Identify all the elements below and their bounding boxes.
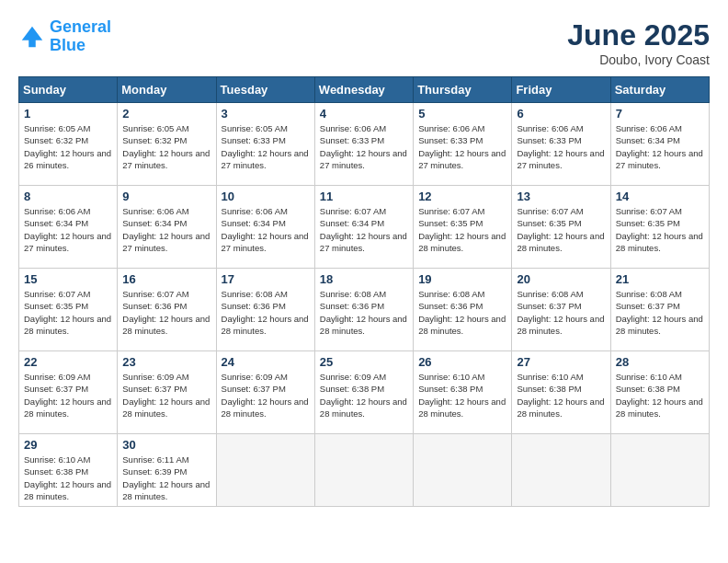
day-number: 28 [616, 355, 704, 369]
calendar-cell: 22 Sunrise: 6:09 AM Sunset: 6:37 PM Dayl… [19, 351, 118, 434]
day-info: Sunrise: 6:09 AM Sunset: 6:37 PM Dayligh… [24, 371, 112, 419]
svg-marker-0 [22, 27, 43, 48]
day-info: Sunrise: 6:06 AM Sunset: 6:34 PM Dayligh… [222, 205, 310, 254]
weekday-header-sunday: Sunday [19, 77, 118, 103]
day-number: 29 [24, 438, 112, 452]
weekday-header-friday: Friday [512, 77, 610, 103]
day-info: Sunrise: 6:06 AM Sunset: 6:34 PM Dayligh… [616, 122, 704, 171]
day-number: 8 [24, 190, 112, 203]
logo: General Blue [18, 18, 111, 55]
location: Doubo, Ivory Coast [567, 52, 710, 67]
calendar-cell: 13 Sunrise: 6:07 AM Sunset: 6:35 PM Dayl… [512, 186, 610, 269]
day-info: Sunrise: 6:07 AM Sunset: 6:35 PM Dayligh… [24, 288, 112, 337]
day-number: 24 [222, 355, 310, 369]
calendar-cell: 30 Sunrise: 6:11 AM Sunset: 6:39 PM Dayl… [118, 434, 216, 507]
day-info: Sunrise: 6:09 AM Sunset: 6:38 PM Dayligh… [320, 371, 408, 419]
calendar-cell: 11 Sunrise: 6:07 AM Sunset: 6:34 PM Dayl… [314, 186, 413, 269]
day-info: Sunrise: 6:05 AM Sunset: 6:32 PM Dayligh… [122, 122, 210, 171]
day-number: 22 [24, 355, 112, 369]
day-info: Sunrise: 6:07 AM Sunset: 6:36 PM Dayligh… [122, 288, 210, 337]
day-number: 7 [616, 107, 704, 121]
day-info: Sunrise: 6:06 AM Sunset: 6:33 PM Dayligh… [517, 122, 605, 171]
day-number: 11 [320, 190, 408, 203]
month-title: June 2025 [567, 18, 710, 52]
day-info: Sunrise: 6:09 AM Sunset: 6:37 PM Dayligh… [122, 371, 210, 419]
calendar-week-5: 29 Sunrise: 6:10 AM Sunset: 6:38 PM Dayl… [19, 434, 710, 507]
calendar-week-4: 22 Sunrise: 6:09 AM Sunset: 6:37 PM Dayl… [19, 351, 710, 434]
day-number: 1 [24, 107, 112, 121]
calendar-header-row: SundayMondayTuesdayWednesdayThursdayFrid… [19, 77, 710, 103]
calendar-cell: 16 Sunrise: 6:07 AM Sunset: 6:36 PM Dayl… [118, 269, 216, 351]
calendar-cell [414, 434, 512, 507]
day-number: 19 [418, 272, 506, 286]
day-info: Sunrise: 6:10 AM Sunset: 6:38 PM Dayligh… [517, 371, 605, 419]
calendar-cell: 17 Sunrise: 6:08 AM Sunset: 6:36 PM Dayl… [216, 269, 314, 351]
calendar-cell: 5 Sunrise: 6:06 AM Sunset: 6:33 PM Dayli… [414, 103, 512, 186]
calendar-table: SundayMondayTuesdayWednesdayThursdayFrid… [18, 76, 710, 507]
title-area: June 2025 Doubo, Ivory Coast [567, 18, 710, 67]
calendar-cell: 27 Sunrise: 6:10 AM Sunset: 6:38 PM Dayl… [512, 351, 610, 434]
calendar-cell: 3 Sunrise: 6:05 AM Sunset: 6:33 PM Dayli… [216, 103, 314, 186]
calendar-cell: 29 Sunrise: 6:10 AM Sunset: 6:38 PM Dayl… [19, 434, 118, 507]
calendar-cell: 28 Sunrise: 6:10 AM Sunset: 6:38 PM Dayl… [610, 351, 709, 434]
day-number: 10 [222, 190, 310, 203]
page-header: General Blue June 2025 Doubo, Ivory Coas… [18, 18, 710, 67]
day-info: Sunrise: 6:05 AM Sunset: 6:32 PM Dayligh… [24, 122, 112, 171]
calendar-cell: 18 Sunrise: 6:08 AM Sunset: 6:36 PM Dayl… [314, 269, 413, 351]
day-number: 6 [517, 107, 605, 121]
calendar-cell [610, 434, 709, 507]
day-number: 5 [418, 107, 506, 121]
day-number: 27 [517, 355, 605, 369]
logo-text: General Blue [50, 18, 111, 55]
day-number: 20 [517, 272, 605, 286]
day-number: 23 [122, 355, 210, 369]
day-number: 17 [222, 272, 310, 286]
logo-icon [18, 23, 46, 51]
day-number: 4 [320, 107, 408, 121]
calendar-body: 1 Sunrise: 6:05 AM Sunset: 6:32 PM Dayli… [19, 103, 710, 507]
day-info: Sunrise: 6:05 AM Sunset: 6:33 PM Dayligh… [222, 122, 310, 171]
calendar-cell: 24 Sunrise: 6:09 AM Sunset: 6:37 PM Dayl… [216, 351, 314, 434]
calendar-cell: 7 Sunrise: 6:06 AM Sunset: 6:34 PM Dayli… [610, 103, 709, 186]
calendar-cell: 19 Sunrise: 6:08 AM Sunset: 6:36 PM Dayl… [414, 269, 512, 351]
calendar-cell: 12 Sunrise: 6:07 AM Sunset: 6:35 PM Dayl… [414, 186, 512, 269]
day-number: 2 [122, 107, 210, 121]
calendar-cell: 25 Sunrise: 6:09 AM Sunset: 6:38 PM Dayl… [314, 351, 413, 434]
day-info: Sunrise: 6:08 AM Sunset: 6:36 PM Dayligh… [418, 288, 506, 337]
day-number: 18 [320, 272, 408, 286]
day-info: Sunrise: 6:07 AM Sunset: 6:35 PM Dayligh… [418, 205, 506, 254]
day-number: 9 [122, 190, 210, 203]
calendar-cell: 1 Sunrise: 6:05 AM Sunset: 6:32 PM Dayli… [19, 103, 118, 186]
day-info: Sunrise: 6:08 AM Sunset: 6:37 PM Dayligh… [616, 288, 704, 337]
day-number: 25 [320, 355, 408, 369]
day-number: 15 [24, 272, 112, 286]
calendar-cell: 10 Sunrise: 6:06 AM Sunset: 6:34 PM Dayl… [216, 186, 314, 269]
weekday-header-tuesday: Tuesday [216, 77, 314, 103]
weekday-header-monday: Monday [118, 77, 216, 103]
calendar-cell: 20 Sunrise: 6:08 AM Sunset: 6:37 PM Dayl… [512, 269, 610, 351]
day-number: 30 [122, 438, 210, 452]
day-info: Sunrise: 6:10 AM Sunset: 6:38 PM Dayligh… [616, 371, 704, 419]
day-info: Sunrise: 6:09 AM Sunset: 6:37 PM Dayligh… [222, 371, 310, 419]
weekday-header-thursday: Thursday [414, 77, 512, 103]
day-info: Sunrise: 6:06 AM Sunset: 6:34 PM Dayligh… [122, 205, 210, 254]
day-info: Sunrise: 6:06 AM Sunset: 6:33 PM Dayligh… [418, 122, 506, 171]
day-number: 3 [222, 107, 310, 121]
day-number: 16 [122, 272, 210, 286]
calendar-cell: 9 Sunrise: 6:06 AM Sunset: 6:34 PM Dayli… [118, 186, 216, 269]
calendar-cell: 15 Sunrise: 6:07 AM Sunset: 6:35 PM Dayl… [19, 269, 118, 351]
calendar-week-3: 15 Sunrise: 6:07 AM Sunset: 6:35 PM Dayl… [19, 269, 710, 351]
calendar-week-2: 8 Sunrise: 6:06 AM Sunset: 6:34 PM Dayli… [19, 186, 710, 269]
calendar-week-1: 1 Sunrise: 6:05 AM Sunset: 6:32 PM Dayli… [19, 103, 710, 186]
day-info: Sunrise: 6:08 AM Sunset: 6:36 PM Dayligh… [320, 288, 408, 337]
day-info: Sunrise: 6:11 AM Sunset: 6:39 PM Dayligh… [122, 454, 210, 502]
day-number: 12 [418, 190, 506, 203]
calendar-cell: 26 Sunrise: 6:10 AM Sunset: 6:38 PM Dayl… [414, 351, 512, 434]
day-number: 21 [616, 272, 704, 286]
day-info: Sunrise: 6:08 AM Sunset: 6:36 PM Dayligh… [222, 288, 310, 337]
calendar-cell [216, 434, 314, 507]
calendar-cell: 8 Sunrise: 6:06 AM Sunset: 6:34 PM Dayli… [19, 186, 118, 269]
day-number: 13 [517, 190, 605, 203]
day-info: Sunrise: 6:07 AM Sunset: 6:35 PM Dayligh… [616, 205, 704, 254]
day-number: 26 [418, 355, 506, 369]
